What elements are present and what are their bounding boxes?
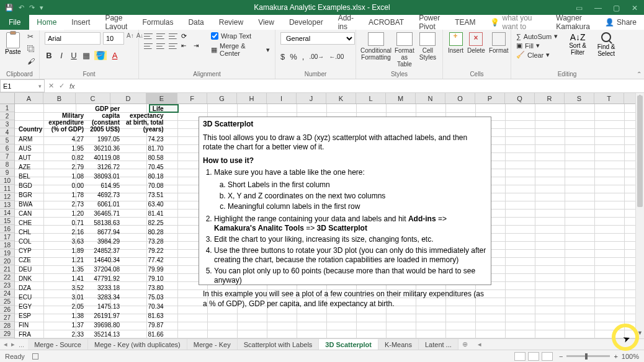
- zoom-level[interactable]: 100%: [622, 353, 639, 360]
- view-pagebreak-icon[interactable]: [542, 352, 553, 361]
- paste-button[interactable]: Paste: [5, 32, 21, 55]
- col-header-A[interactable]: A: [15, 93, 43, 104]
- row-header-15[interactable]: 15: [0, 217, 14, 225]
- cell-styles-button[interactable]: Cell Styles: [418, 32, 437, 61]
- sheet-tab-scatterplot-labels[interactable]: Scatterplot with Labels: [238, 339, 320, 350]
- col-header-L[interactable]: L: [356, 93, 386, 104]
- sheet-tab-3d-scatterplot[interactable]: 3D Scatterplot: [319, 339, 378, 350]
- tab-formulas[interactable]: Formulas: [135, 15, 181, 30]
- increase-decimal-icon[interactable]: .00→: [309, 53, 324, 60]
- row-header-3[interactable]: 3: [0, 120, 14, 128]
- row-header-17[interactable]: 17: [0, 233, 14, 241]
- formula-input[interactable]: [79, 79, 644, 92]
- comma-icon[interactable]: ,: [302, 52, 305, 61]
- tab-file[interactable]: File: [0, 15, 29, 30]
- view-normal-icon[interactable]: [514, 352, 525, 361]
- autosum-button[interactable]: ∑ AutoSum ▾: [516, 32, 558, 40]
- share-button[interactable]: 👤 Share: [597, 15, 644, 30]
- underline-button[interactable]: U: [69, 51, 78, 60]
- decrease-indent-icon[interactable]: ⇤: [181, 42, 190, 50]
- row-header-19[interactable]: 19: [0, 249, 14, 257]
- tab-insert[interactable]: Insert: [64, 15, 97, 30]
- qat-customize-icon[interactable]: ▾: [40, 4, 43, 12]
- scroll-down-icon[interactable]: ▼: [636, 330, 644, 338]
- italic-button[interactable]: I: [57, 51, 66, 60]
- tab-addins[interactable]: Add-ins: [331, 15, 361, 30]
- cancel-formula-icon[interactable]: ✕: [48, 82, 54, 90]
- vertical-scrollbar[interactable]: ▲ ▼: [635, 93, 644, 338]
- zoom-in-icon[interactable]: +: [614, 353, 617, 360]
- delete-cells-button[interactable]: Delete: [467, 32, 485, 54]
- col-header-K[interactable]: K: [326, 93, 356, 104]
- ribbon-options-icon[interactable]: ▭: [576, 4, 583, 11]
- col-header-R[interactable]: R: [535, 93, 565, 104]
- col-header-G[interactable]: G: [207, 93, 237, 104]
- row-header-10[interactable]: 10: [0, 177, 14, 185]
- increase-font-icon[interactable]: A↑: [127, 32, 134, 45]
- row-header-18[interactable]: 18: [0, 241, 14, 249]
- col-header-N[interactable]: N: [416, 93, 445, 104]
- row-header-20[interactable]: 20: [0, 257, 14, 265]
- tab-pagelayout[interactable]: Page Layout: [97, 15, 135, 30]
- row-header-6[interactable]: 6: [0, 144, 14, 152]
- format-painter-icon[interactable]: 🖌: [27, 57, 35, 66]
- format-as-table-button[interactable]: Format as Table: [395, 32, 414, 68]
- row-header-23[interactable]: 23: [0, 281, 14, 289]
- clear-button[interactable]: 🧹 Clear ▾: [516, 51, 558, 59]
- zoom-slider[interactable]: [566, 355, 610, 357]
- row-header-26[interactable]: 26: [0, 306, 14, 314]
- tab-review[interactable]: Review: [212, 15, 251, 30]
- conditional-formatting-button[interactable]: Conditional Formatting: [361, 32, 391, 61]
- percent-icon[interactable]: %: [290, 52, 297, 61]
- close-icon[interactable]: ✕: [632, 4, 639, 11]
- align-left-icon[interactable]: [144, 42, 153, 50]
- row-header-4[interactable]: 4: [0, 128, 14, 136]
- tab-scroll-left-icon[interactable]: ◂: [4, 340, 7, 348]
- minimize-icon[interactable]: —: [594, 4, 602, 11]
- col-header-T[interactable]: T: [594, 93, 624, 104]
- row-header-16[interactable]: 16: [0, 225, 14, 233]
- row-header-29[interactable]: 29: [0, 330, 14, 338]
- instructions-textbox[interactable]: 3D Scatterplot This tool allows you to d…: [199, 117, 491, 285]
- row-header-22[interactable]: 22: [0, 273, 14, 281]
- col-header-D[interactable]: D: [110, 93, 146, 104]
- align-top-icon[interactable]: [144, 32, 153, 40]
- col-header-F[interactable]: F: [177, 93, 207, 104]
- cut-icon[interactable]: ✂: [27, 32, 35, 41]
- fill-button[interactable]: ▣ Fill ▾: [516, 42, 558, 50]
- row-header-27[interactable]: 27: [0, 314, 14, 322]
- tab-acrobat[interactable]: ACROBAT: [361, 15, 411, 30]
- hscroll-left-icon[interactable]: ◂: [475, 339, 484, 350]
- number-format-select[interactable]: General: [280, 32, 355, 45]
- bold-button[interactable]: B: [45, 51, 53, 60]
- save-icon[interactable]: 💾: [5, 4, 14, 12]
- sheet-tab-merge-key[interactable]: Merge - Key: [187, 339, 238, 350]
- insert-function-icon[interactable]: fx: [69, 82, 75, 90]
- format-cells-button[interactable]: Format: [489, 32, 509, 54]
- collapse-ribbon-icon[interactable]: ⌃: [637, 71, 642, 77]
- row-header-24[interactable]: 24: [0, 289, 14, 298]
- col-header-E[interactable]: E: [146, 93, 177, 104]
- copy-icon[interactable]: ⿻: [27, 45, 35, 53]
- row-header-12[interactable]: 12: [0, 193, 14, 201]
- merge-center-button[interactable]: ▦ Merge & Center ▾: [211, 42, 270, 57]
- col-header-B[interactable]: B: [43, 93, 76, 104]
- sheet-tab-latent[interactable]: Latent ...: [419, 339, 458, 350]
- redo-icon[interactable]: ↷: [29, 4, 35, 12]
- find-select-button[interactable]: Find & Select: [594, 32, 619, 57]
- scroll-thumb[interactable]: [637, 95, 643, 207]
- tab-data[interactable]: Data: [181, 15, 211, 30]
- col-header-M[interactable]: M: [386, 93, 416, 104]
- font-color-icon[interactable]: A: [110, 51, 119, 60]
- col-header-Q[interactable]: Q: [505, 93, 535, 104]
- row-header-21[interactable]: 21: [0, 265, 14, 273]
- decrease-decimal-icon[interactable]: ←.00: [329, 53, 344, 60]
- select-all-corner[interactable]: [0, 93, 15, 104]
- wrap-text-button[interactable]: Wrap Text: [211, 32, 270, 40]
- tab-team[interactable]: TEAM: [447, 15, 483, 30]
- insert-cells-button[interactable]: Insert: [448, 32, 463, 54]
- row-header-8[interactable]: 8: [0, 161, 14, 169]
- col-header-I[interactable]: I: [267, 93, 297, 104]
- align-bottom-icon[interactable]: [169, 32, 177, 40]
- view-pagelayout-icon[interactable]: [528, 352, 539, 361]
